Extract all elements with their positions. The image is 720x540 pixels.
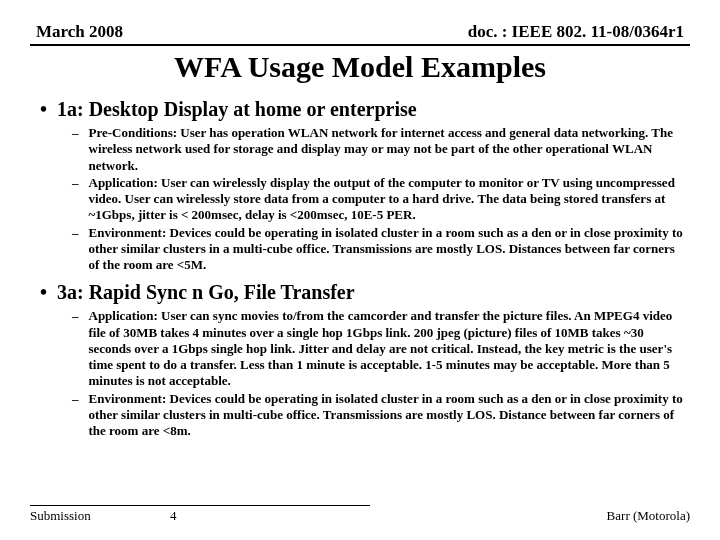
list-item: –Application: User can sync movies to/fr… — [72, 308, 686, 389]
list-item: –Environment: Devices could be operating… — [72, 391, 686, 440]
section-3a: • 3a: Rapid Sync n Go, File Transfer –Ap… — [38, 281, 690, 439]
list-item: –Application: User can wirelessly displa… — [72, 175, 686, 224]
list-item: –Environment: Devices could be operating… — [72, 225, 686, 274]
header-rule — [30, 44, 690, 46]
header-date: March 2008 — [36, 22, 123, 42]
section-heading: 3a: Rapid Sync n Go, File Transfer — [57, 281, 355, 304]
dash-icon: – — [72, 308, 79, 324]
footer-row: Submission 4 Barr (Motorola) — [30, 508, 690, 524]
section-heading: 1a: Desktop Display at home or enterpris… — [57, 98, 417, 121]
footer-rule — [30, 505, 370, 506]
section-heading-row: • 1a: Desktop Display at home or enterpr… — [38, 98, 690, 121]
item-text: Environment: Devices could be operating … — [89, 391, 687, 440]
item-text: Pre-Conditions: User has operation WLAN … — [89, 125, 687, 174]
page-title: WFA Usage Model Examples — [30, 50, 690, 84]
dash-icon: – — [72, 125, 79, 141]
item-text: Application: User can sync movies to/fro… — [89, 308, 687, 389]
bullet-icon: • — [40, 98, 47, 120]
dash-icon: – — [72, 225, 79, 241]
bullet-icon: • — [40, 281, 47, 303]
section-items: –Application: User can sync movies to/fr… — [38, 308, 690, 439]
dash-icon: – — [72, 391, 79, 407]
section-items: –Pre-Conditions: User has operation WLAN… — [38, 125, 690, 273]
header-doc: doc. : IEEE 802. 11-08/0364r1 — [468, 22, 684, 42]
footer-page: 4 — [170, 508, 230, 524]
footer-left: Submission — [30, 508, 170, 524]
list-item: –Pre-Conditions: User has operation WLAN… — [72, 125, 686, 174]
item-text: Application: User can wirelessly display… — [89, 175, 687, 224]
section-1a: • 1a: Desktop Display at home or enterpr… — [38, 98, 690, 273]
dash-icon: – — [72, 175, 79, 191]
section-heading-row: • 3a: Rapid Sync n Go, File Transfer — [38, 281, 690, 304]
footer: Submission 4 Barr (Motorola) — [30, 505, 690, 524]
footer-right: Barr (Motorola) — [607, 508, 690, 524]
item-text: Environment: Devices could be operating … — [89, 225, 687, 274]
header-row: March 2008 doc. : IEEE 802. 11-08/0364r1 — [30, 22, 690, 44]
content-list: • 1a: Desktop Display at home or enterpr… — [30, 98, 690, 439]
